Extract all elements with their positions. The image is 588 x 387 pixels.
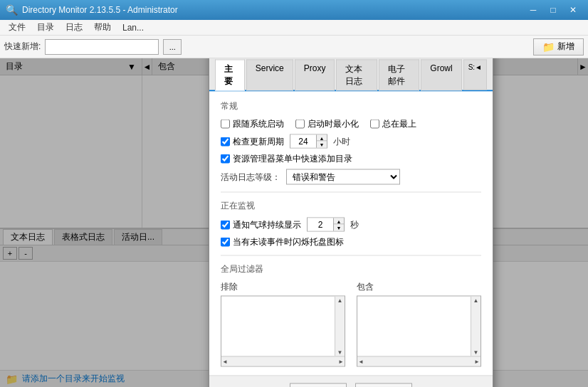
quick-add-label: 快速新增:	[4, 41, 41, 53]
menu-bar: 文件 目录 日志 帮助 Lan...	[0, 20, 588, 36]
check-update-checkbox[interactable]	[221, 137, 230, 146]
filter-section: 全局过滤器 排除 ▲ ▼ ◄ ►	[221, 263, 481, 367]
exclude-scroll-left[interactable]: ◄	[221, 358, 229, 366]
quick-add-input[interactable]	[45, 39, 159, 55]
dialog-tabs: 主要 Service Proxy 文本日志 电子邮件 Growl S:◄	[209, 58, 493, 92]
exclude-filter-box[interactable]: ▲ ▼ ◄ ►	[221, 296, 345, 367]
save-button[interactable]: 保存	[290, 383, 347, 388]
include-scroll-down[interactable]: ▼	[473, 349, 480, 356]
app-title: Directory Monitor 2.13.5.5 - Administrat…	[22, 5, 524, 15]
seconds-up[interactable]: ▲	[334, 218, 344, 225]
seconds-down[interactable]: ▼	[334, 225, 344, 231]
log-level-row: 活动日志等级： 错误和警告 所有事件 关闭	[221, 169, 481, 185]
include-filter-box[interactable]: ▲ ▼ ◄ ►	[357, 296, 481, 367]
hours-input[interactable]	[290, 135, 316, 148]
start-min-option[interactable]: 启动时最小化	[295, 118, 359, 130]
menu-directory[interactable]: 目录	[31, 20, 60, 35]
start-min-label: 启动时最小化	[308, 118, 359, 130]
include-label: 包含	[357, 281, 481, 293]
hours-up[interactable]: ▲	[317, 135, 327, 142]
general-section-title: 常规	[221, 100, 481, 112]
balloon-checkbox[interactable]	[221, 220, 230, 229]
include-scrollbar-v[interactable]: ▲ ▼	[471, 297, 481, 356]
update-period-row: 检查更新周期 ▲ ▼ 小时	[221, 134, 481, 149]
monitoring-section-title: 正在监视	[221, 200, 481, 212]
blink-checkbox[interactable]	[221, 238, 230, 247]
include-scroll-up[interactable]: ▲	[473, 297, 480, 304]
tab-growl[interactable]: Growl	[421, 60, 461, 91]
explorer-row: 资源管理器菜单中快速添加目录	[221, 153, 481, 165]
log-level-label: 活动日志等级：	[221, 171, 280, 183]
log-level-select[interactable]: 错误和警告 所有事件 关闭	[286, 169, 400, 185]
always-top-label: 总在最上	[382, 118, 416, 130]
toolbar: 快速新增: ... 📁 新增	[0, 36, 588, 58]
start-min-checkbox[interactable]	[295, 120, 305, 129]
always-top-option[interactable]: 总在最上	[370, 118, 416, 130]
blink-option[interactable]: 当有未读事件时闪烁托盘图标	[221, 236, 344, 248]
menu-file[interactable]: 文件	[3, 20, 31, 35]
balloon-row: 通知气球持续显示 ▲ ▼ 秒	[221, 218, 481, 232]
exclude-label: 排除	[221, 281, 345, 293]
menu-lan[interactable]: Lan...	[117, 21, 149, 34]
cancel-button[interactable]: 取消	[355, 383, 412, 388]
menu-log[interactable]: 日志	[60, 20, 88, 35]
general-section: 常规 跟随系统启动 启动时最小化 总在最上	[221, 100, 481, 185]
explorer-menu-label: 资源管理器菜单中快速添加目录	[233, 153, 352, 165]
menu-help[interactable]: 帮助	[88, 20, 117, 35]
blink-label: 当有未读事件时闪烁托盘图标	[233, 236, 344, 248]
minimize-button[interactable]: ─	[524, 3, 542, 17]
hours-input-wrap: ▲ ▼	[290, 134, 327, 149]
explorer-menu-option[interactable]: 资源管理器菜单中快速添加目录	[221, 153, 352, 165]
follow-system-label: 跟随系统启动	[233, 118, 284, 130]
exclude-scrollbar-h[interactable]: ◄ ►	[221, 356, 345, 366]
exclude-scroll-up[interactable]: ▲	[337, 297, 344, 304]
hours-spinner: ▲ ▼	[316, 135, 327, 148]
seconds-input-wrap: ▲ ▼	[307, 218, 345, 232]
close-button[interactable]: ✕	[564, 3, 582, 17]
follow-system-option[interactable]: 跟随系统启动	[221, 118, 284, 130]
check-update-option[interactable]: 检查更新周期	[221, 135, 284, 147]
app-icon: 🔍	[6, 4, 18, 16]
blink-row: 当有未读事件时闪烁托盘图标	[221, 236, 481, 248]
folder-icon: 📁	[542, 41, 555, 53]
maximize-button[interactable]: □	[544, 3, 562, 17]
include-scroll-left[interactable]: ◄	[357, 358, 364, 366]
filter-section-title: 全局过滤器	[221, 263, 481, 275]
hours-label: 小时	[333, 135, 350, 147]
options-dialog: 选项 ✕ 主要 Service Proxy 文本日志 电子邮件 Growl S:…	[209, 58, 493, 387]
follow-system-checkbox[interactable]	[221, 120, 230, 129]
tab-proxy[interactable]: Proxy	[295, 60, 335, 91]
always-top-checkbox[interactable]	[370, 120, 379, 129]
exclude-scroll-down[interactable]: ▼	[337, 349, 344, 356]
exclude-scroll-right[interactable]: ►	[337, 358, 345, 366]
seconds-label: 秒	[350, 218, 359, 230]
exclude-filter-col: 排除 ▲ ▼ ◄ ►	[221, 281, 345, 367]
include-filter-col: 包含 ▲ ▼ ◄ ►	[357, 281, 481, 367]
tab-text-log-dialog[interactable]: 文本日志	[336, 60, 377, 91]
hours-down[interactable]: ▼	[317, 142, 327, 148]
check-update-label: 检查更新周期	[233, 135, 284, 147]
browse-button[interactable]: ...	[163, 39, 182, 55]
explorer-menu-checkbox[interactable]	[221, 154, 230, 164]
tab-email[interactable]: 电子邮件	[379, 60, 419, 91]
tab-service[interactable]: Service	[246, 60, 293, 91]
tab-main[interactable]: 主要	[215, 60, 245, 91]
filter-columns: 排除 ▲ ▼ ◄ ►	[221, 281, 481, 367]
dialog-content: 常规 跟随系统启动 启动时最小化 总在最上	[209, 92, 493, 376]
add-button[interactable]: 📁 新增	[533, 38, 584, 55]
dialog-footer: 保存 取消	[209, 376, 493, 388]
monitoring-section: 正在监视 通知气球持续显示 ▲ ▼	[221, 200, 481, 248]
seconds-spinner: ▲ ▼	[333, 218, 344, 231]
include-scroll-right[interactable]: ►	[473, 358, 481, 366]
seconds-input[interactable]	[308, 218, 333, 231]
title-bar: 🔍 Directory Monitor 2.13.5.5 - Administr…	[0, 0, 588, 20]
exclude-scrollbar-v[interactable]: ▲ ▼	[335, 297, 345, 356]
tab-more[interactable]: S:◄	[463, 60, 487, 90]
general-row-1: 跟随系统启动 启动时最小化 总在最上	[221, 118, 481, 130]
include-scrollbar-h[interactable]: ◄ ►	[357, 356, 481, 366]
balloon-label: 通知气球持续显示	[233, 218, 301, 230]
balloon-option[interactable]: 通知气球持续显示	[221, 218, 301, 230]
